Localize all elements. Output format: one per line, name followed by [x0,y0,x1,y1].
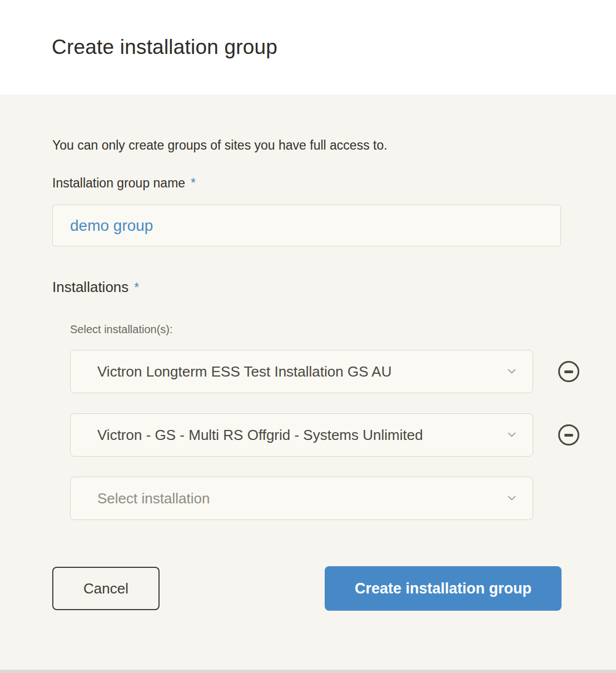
intro-text: You can only create groups of sites you … [52,137,564,154]
installation-row: Victron - GS - Multi RS Offgrid - System… [70,413,616,457]
select-installations-hint: Select installation(s): [70,322,564,336]
installation-select-1[interactable]: Victron Longterm ESS Test Installation G… [70,350,533,393]
remove-installation-button[interactable] [558,361,579,382]
group-name-label-text: Installation group name [52,176,185,190]
actions-row: Cancel Create installation group [52,566,562,611]
installation-select-placeholder: Select installation [97,490,210,507]
modal-header: Create installation group [0,0,616,95]
chevron-down-icon [508,496,516,501]
minus-circle-icon [564,434,573,437]
installation-select-empty[interactable]: Select installation [70,477,533,520]
modal-body: You can only create groups of sites you … [0,95,616,670]
minus-circle-icon [564,370,573,373]
create-installation-group-button[interactable]: Create installation group [325,566,562,611]
installations-label: Installations* [52,278,564,297]
installation-select-2-value: Victron - GS - Multi RS Offgrid - System… [97,427,423,444]
chevron-down-icon [508,432,516,438]
page-bottom-divider [0,670,616,673]
required-asterisk: * [191,176,196,190]
chevron-down-icon [508,369,516,374]
installation-row: Select installation [70,477,616,520]
installation-select-2[interactable]: Victron - GS - Multi RS Offgrid - System… [70,413,533,457]
remove-installation-button[interactable] [558,424,579,446]
page-title: Create installation group [52,36,277,59]
installation-row: Victron Longterm ESS Test Installation G… [70,350,616,393]
installation-select-1-value: Victron Longterm ESS Test Installation G… [97,363,391,380]
group-name-label: Installation group name* [52,175,564,191]
cancel-button[interactable]: Cancel [52,567,160,610]
installations-label-text: Installations [52,279,128,295]
group-name-input[interactable] [52,205,561,246]
required-asterisk: * [134,280,139,295]
